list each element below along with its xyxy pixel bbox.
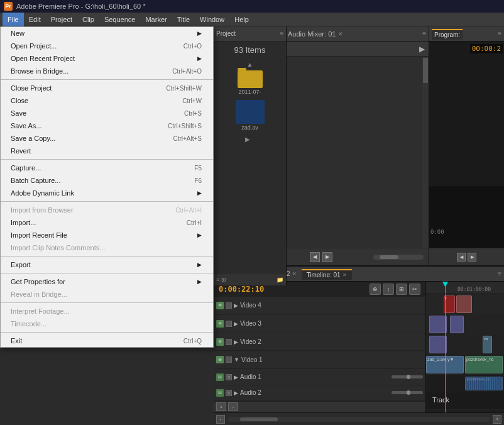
prog-play-back[interactable]: ◀ xyxy=(457,253,466,262)
menu-item-interpret-footage[interactable]: Interpret Footage... xyxy=(1,305,213,317)
video-item[interactable]: zad.av xyxy=(236,100,265,131)
menu-marker[interactable]: Marker xyxy=(140,13,172,26)
panel-menu-btn-effect[interactable]: ≡ xyxy=(422,30,426,37)
tl-tool-3[interactable]: ⊞ xyxy=(396,284,407,295)
project-play-btn[interactable]: ▶ xyxy=(245,136,255,146)
track-a1-solo[interactable]: S xyxy=(226,374,232,380)
separator-7 xyxy=(1,332,213,333)
track-v1-clips: zad_2.avi y▼ pozdravok_hc zad_2.av pozdr… xyxy=(426,355,504,375)
add-track-btn[interactable]: + xyxy=(216,402,226,411)
menu-item-save-as[interactable]: Save As... Ctrl+Shift+S xyxy=(1,119,213,132)
delete-track-btn[interactable]: − xyxy=(228,402,238,411)
tab-tl-close[interactable]: ✕ xyxy=(342,272,347,278)
menu-item-import-browser[interactable]: Import from Browser Ctrl+Alt+I xyxy=(1,204,213,216)
track-a2-solo[interactable]: S xyxy=(226,390,232,396)
menu-edit[interactable]: Edit xyxy=(24,13,46,26)
menu-file[interactable]: File xyxy=(3,13,24,26)
clip-a1-1[interactable]: pozdravok_hc xyxy=(465,377,503,390)
menu-help[interactable]: Help xyxy=(229,13,254,26)
clip-v4-1[interactable]: T xyxy=(444,295,455,313)
track-a2-slider[interactable] xyxy=(392,391,423,394)
folder-item[interactable]: 2011-07- xyxy=(238,70,263,95)
track-a1-mute[interactable]: M xyxy=(216,373,224,381)
menu-item-dynamic-link[interactable]: Adobe Dynamic Link ▶ xyxy=(1,187,213,199)
menu-item-batch-capture[interactable]: Batch Capture... F6 xyxy=(1,174,213,187)
proj-new-bin[interactable]: 📁 xyxy=(277,277,283,283)
clip-v1-2[interactable]: pozdravok_hc xyxy=(465,356,503,373)
program-monitor: Program: ≡ 00:00:2 0:00 ◀ ▶ xyxy=(429,26,504,265)
track-v1-expand[interactable]: ▼ xyxy=(234,356,239,363)
program-video-area xyxy=(429,41,504,186)
zoom-in-btn[interactable]: + xyxy=(493,415,501,424)
play-btn2[interactable]: ▶ xyxy=(322,252,332,262)
track-a2-label: Audio 2 xyxy=(240,389,390,396)
track-a2-mute[interactable]: M xyxy=(216,389,224,397)
track-v1-lock[interactable] xyxy=(226,356,232,363)
menu-item-import-clip-notes[interactable]: Import Clip Notes Comments... xyxy=(1,241,213,254)
menu-item-browse-bridge[interactable]: Browse in Bridge... Ctrl+Alt+O xyxy=(1,65,213,77)
program-menu-btn[interactable]: ≡ xyxy=(498,30,501,37)
menu-item-new[interactable]: New ▶ xyxy=(1,27,213,40)
tl-tool-1[interactable]: ⊕ xyxy=(370,284,381,295)
clip-v1-1[interactable]: zad_2.avi y▼ xyxy=(426,356,464,373)
menu-item-timecode[interactable]: Timecode... xyxy=(1,317,213,330)
clip-v3-1[interactable] xyxy=(429,316,447,333)
track-v2-expand[interactable]: ▶ xyxy=(234,339,238,345)
menu-clip[interactable]: Clip xyxy=(77,13,99,26)
timeline-menu-btn[interactable]: ≡ xyxy=(498,270,501,277)
menu-window[interactable]: Window xyxy=(195,13,229,26)
menu-item-close-project[interactable]: Close Project Ctrl+Shift+W xyxy=(1,82,213,94)
tab-close-audio-mixer[interactable]: ✕ xyxy=(338,31,343,37)
track-v1-eye[interactable]: 👁 xyxy=(216,356,224,363)
prog-play-fwd[interactable]: ▶ xyxy=(468,253,476,262)
track-v4-lock[interactable] xyxy=(226,302,232,309)
menu-title[interactable]: Title xyxy=(172,13,195,26)
menu-item-save-copy[interactable]: Save a Copy... Ctrl+Alt+S xyxy=(1,132,213,145)
menu-item-export[interactable]: Export ▶ xyxy=(1,258,213,271)
track-a2-expand[interactable]: ▶ xyxy=(234,390,238,396)
zoom-out-btn[interactable]: - xyxy=(216,415,225,424)
project-panel-menu[interactable]: ≡ xyxy=(280,30,283,37)
clip-v2-2[interactable]: za xyxy=(483,336,492,353)
tl-tool-4[interactable]: ✂ xyxy=(409,284,420,295)
menu-project[interactable]: Project xyxy=(46,13,77,26)
track-v3-expand[interactable]: ▶ xyxy=(234,321,238,327)
menu-item-get-properties[interactable]: Get Properties for ▶ xyxy=(1,275,213,288)
tab-seq-close[interactable]: ✕ xyxy=(292,271,297,277)
menu-item-import[interactable]: Import... Ctrl+I xyxy=(1,216,213,229)
clip-v4-2[interactable] xyxy=(456,295,472,313)
no-clip-arrow[interactable]: ▶ xyxy=(419,45,425,53)
timeline-hscroll[interactable] xyxy=(227,417,490,422)
track-v3-eye[interactable]: 👁 xyxy=(216,320,224,328)
tab-audio-mixer[interactable]: Audio Mixer: 01 ✕ xyxy=(282,29,349,39)
track-v2-lock[interactable] xyxy=(226,339,232,345)
menu-item-revert[interactable]: Revert xyxy=(1,145,213,157)
scroll-up-btn[interactable]: ▲ xyxy=(247,61,253,68)
tl-tool-2[interactable]: ↕ xyxy=(383,284,394,295)
h-scroll-bar[interactable] xyxy=(373,255,424,260)
menu-sequence[interactable]: Sequence xyxy=(99,13,141,26)
track-v3-lock[interactable] xyxy=(226,321,232,327)
menu-item-open-recent-project[interactable]: Open Recent Project ▶ xyxy=(1,52,213,65)
proj-list-view[interactable]: ≡ xyxy=(216,277,219,283)
menu-item-capture[interactable]: Capture... F5 xyxy=(1,162,213,174)
tab-program[interactable]: Program: xyxy=(432,29,463,40)
menu-item-import-recent[interactable]: Import Recent File ▶ xyxy=(1,229,213,241)
menu-item-exit[interactable]: Exit Ctrl+Q xyxy=(1,334,213,347)
clip-v2-1[interactable] xyxy=(429,336,447,353)
track-a1-slider[interactable] xyxy=(392,375,423,378)
track-v2-eye[interactable]: 👁 xyxy=(216,338,224,346)
effect-controls-vscroll[interactable] xyxy=(422,57,429,248)
track-v4-expand[interactable]: ▶ xyxy=(234,302,238,309)
track-a1-expand[interactable]: ▶ xyxy=(234,374,238,380)
menu-item-open-project[interactable]: Open Project... Ctrl+O xyxy=(1,40,213,52)
play-btn[interactable]: ◀ xyxy=(310,252,320,262)
menu-item-save[interactable]: Save Ctrl+S xyxy=(1,107,213,119)
menu-item-reveal-bridge[interactable]: Reveal in Bridge... xyxy=(1,288,213,301)
clip-v3-2[interactable] xyxy=(450,316,464,333)
video-label: zad.av xyxy=(241,124,258,131)
track-v4-eye[interactable]: 👁 xyxy=(216,302,224,309)
tab-timeline01[interactable]: Timeline: 01 ✕ xyxy=(302,269,352,280)
menu-item-close[interactable]: Close Ctrl+W xyxy=(1,94,213,107)
proj-icon-view[interactable]: ⊞ xyxy=(221,277,226,283)
